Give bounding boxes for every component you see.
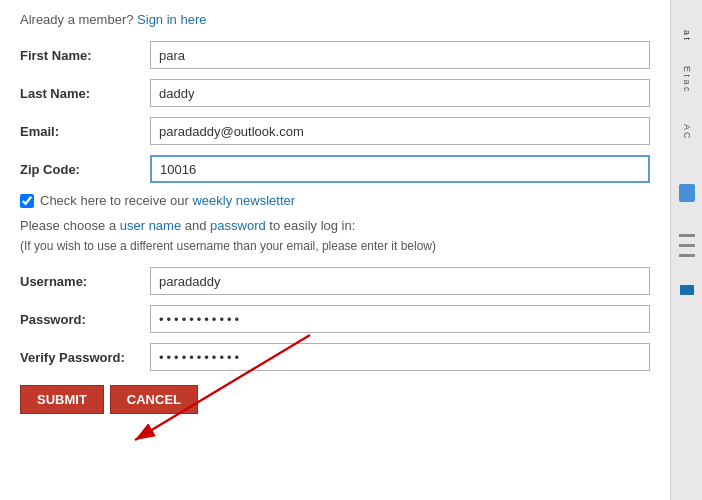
sidebar-bar-blue — [679, 184, 695, 202]
info-text: Please choose a user name and password t… — [20, 218, 650, 233]
zip-code-row: Zip Code: — [20, 155, 650, 183]
first-name-row: First Name: — [20, 41, 650, 69]
first-name-input[interactable] — [150, 41, 650, 69]
cancel-button[interactable]: CANCEL — [110, 385, 198, 414]
first-name-label: First Name: — [20, 48, 150, 63]
email-row: Email: — [20, 117, 650, 145]
last-name-input[interactable] — [150, 79, 650, 107]
newsletter-label: Check here to receive our weekly newslet… — [40, 193, 295, 208]
newsletter-link[interactable]: weekly newsletter — [192, 193, 295, 208]
user-name-link[interactable]: user name — [120, 218, 181, 233]
sidebar: a t E t a c A C — [670, 0, 702, 500]
already-member-text: Already a member? Sign in here — [20, 12, 650, 27]
sign-in-link[interactable]: Sign in here — [137, 12, 206, 27]
newsletter-checkbox-row: Check here to receive our weekly newslet… — [20, 193, 650, 208]
sidebar-divider-1 — [679, 234, 695, 237]
password-link[interactable]: password — [210, 218, 266, 233]
sidebar-bar-blue-2 — [680, 285, 694, 295]
username-row: Username: — [20, 267, 650, 295]
sidebar-text-1: a t — [682, 30, 692, 40]
submit-button[interactable]: SUBMIT — [20, 385, 104, 414]
last-name-row: Last Name: — [20, 79, 650, 107]
verify-password-row: Verify Password: — [20, 343, 650, 371]
zip-code-label: Zip Code: — [20, 162, 150, 177]
sidebar-divider-3 — [679, 254, 695, 257]
email-input[interactable] — [150, 117, 650, 145]
verify-password-input[interactable] — [150, 343, 650, 371]
sidebar-text-2: E t a c — [682, 66, 692, 92]
button-row: SUBMIT CANCEL — [20, 385, 650, 414]
last-name-label: Last Name: — [20, 86, 150, 101]
sidebar-text-3: A C — [682, 124, 692, 139]
email-label: Email: — [20, 124, 150, 139]
zip-code-input[interactable] — [150, 155, 650, 183]
username-input[interactable] — [150, 267, 650, 295]
verify-password-label: Verify Password: — [20, 350, 150, 365]
password-input[interactable] — [150, 305, 650, 333]
password-label: Password: — [20, 312, 150, 327]
password-row: Password: — [20, 305, 650, 333]
username-label: Username: — [20, 274, 150, 289]
sidebar-divider-2 — [679, 244, 695, 247]
info-subtext: (If you wish to use a different username… — [20, 239, 650, 253]
newsletter-checkbox[interactable] — [20, 194, 34, 208]
